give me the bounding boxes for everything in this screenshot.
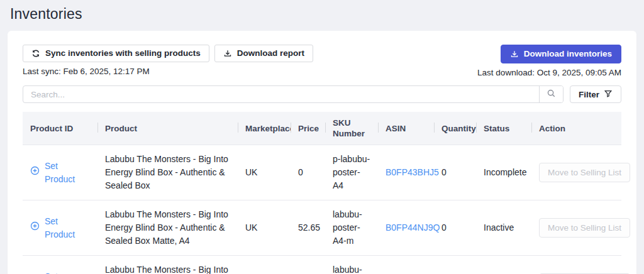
status-cell: Incomplete — [476, 145, 531, 200]
status-cell: Inactive — [476, 200, 531, 256]
quantity-cell: 0 — [434, 256, 476, 274]
sync-button-label: Sync inventories with selling products — [45, 48, 201, 58]
set-product-link[interactable]: Set Product — [30, 270, 90, 274]
header-action: Action — [531, 112, 621, 145]
header-marketplace: Marketplace — [238, 112, 291, 145]
sku-cell: labubu-poster-A4-m — [325, 200, 378, 256]
download-report-button[interactable]: Download report — [214, 45, 313, 62]
search-icon — [547, 89, 556, 100]
move-to-selling-list-button[interactable]: Move to Selling List — [539, 163, 630, 182]
toolbar-left: Sync inventories with selling products D… — [23, 45, 313, 76]
table-header-row: Product ID Product Marketplace Price SKU… — [23, 112, 621, 145]
product-name-cell: Labubu The Monsters - Big Into Energy Bl… — [97, 145, 238, 200]
search-input[interactable] — [23, 86, 539, 102]
sku-cell: labubu-poster-A3-m — [325, 256, 378, 274]
search-row: Filter — [23, 85, 621, 103]
filter-funnel-icon — [604, 89, 613, 100]
toolbar-button-row: Sync inventories with selling products D… — [23, 45, 313, 62]
filter-button[interactable]: Filter — [570, 85, 621, 103]
circle-plus-icon — [30, 166, 40, 179]
download-inventories-label: Download inventories — [524, 49, 612, 59]
last-sync-text: Last sync: Feb 6, 2025, 12:17 PM — [23, 67, 313, 76]
download-inventories-button[interactable]: Download inventories — [501, 45, 621, 63]
price-cell: 0 — [291, 145, 325, 200]
set-product-link[interactable]: Set Product — [30, 215, 90, 241]
toolbar-right: Download inventories Last download: Oct … — [477, 45, 621, 77]
circle-plus-icon — [30, 221, 40, 234]
inventories-table: Product ID Product Marketplace Price SKU… — [23, 112, 621, 274]
price-cell: 52.65 — [291, 256, 325, 274]
set-product-label: Set Product — [45, 215, 90, 241]
sync-inventories-button[interactable]: Sync inventories with selling products — [23, 45, 209, 62]
header-quantity: Quantity — [434, 112, 476, 145]
set-product-label: Set Product — [45, 160, 90, 186]
header-price: Price — [291, 112, 325, 145]
header-product-id: Product ID — [23, 112, 97, 145]
set-product-label: Set Product — [45, 270, 90, 274]
marketplace-cell: UK — [238, 200, 291, 256]
table-row: Set Product Labubu The Monsters - Big In… — [23, 256, 621, 274]
toolbar: Sync inventories with selling products D… — [23, 45, 621, 77]
search-button[interactable] — [539, 86, 563, 102]
header-sku-number: SKU Number — [325, 112, 378, 145]
page-title: Inventories — [0, 0, 644, 31]
header-asin: ASIN — [378, 112, 434, 145]
sku-cell: p-labubu-poster-A4 — [325, 145, 378, 200]
filter-button-label: Filter — [579, 90, 599, 99]
quantity-cell: 0 — [434, 145, 476, 200]
set-product-link[interactable]: Set Product — [30, 160, 90, 186]
search-box — [23, 85, 564, 103]
marketplace-cell: UK — [238, 256, 291, 274]
product-name-cell: Labubu The Monsters - Big Into Energy Bl… — [97, 200, 238, 256]
asin-link[interactable]: B0FP43BHJ5 — [386, 167, 439, 177]
download-icon — [223, 49, 232, 58]
last-download-text: Last download: Oct 9, 2025, 09:05 AM — [477, 68, 621, 77]
product-name-cell: Labubu The Monsters - Big Into Energy Bl… — [97, 256, 238, 274]
inventories-card: Sync inventories with selling products D… — [8, 31, 636, 274]
download-report-label: Download report — [237, 48, 304, 58]
marketplace-cell: UK — [238, 145, 291, 200]
status-cell: Inactive — [476, 256, 531, 274]
header-status: Status — [476, 112, 531, 145]
download-icon — [510, 50, 519, 58]
move-to-selling-list-button[interactable]: Move to Selling List — [539, 218, 630, 238]
table-row: Set Product Labubu The Monsters - Big In… — [23, 145, 621, 200]
sync-icon — [31, 49, 40, 58]
price-cell: 52.65 — [291, 200, 325, 256]
quantity-cell: 0 — [434, 200, 476, 256]
header-product: Product — [97, 112, 238, 145]
asin-link[interactable]: B0FP44NJ9Q — [386, 222, 440, 233]
table-row: Set Product Labubu The Monsters - Big In… — [23, 200, 621, 256]
